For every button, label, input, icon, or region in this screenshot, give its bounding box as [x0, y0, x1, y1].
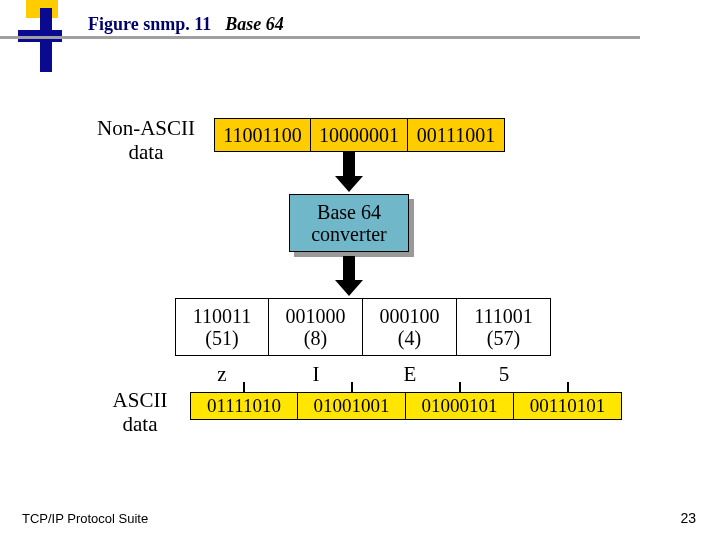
base64-char-3: 5 [457, 358, 551, 387]
header-divider [0, 36, 640, 39]
sixbit-bits: 110011 [193, 305, 252, 327]
sixbit-bits: 111001 [474, 305, 533, 327]
input-byte-0: 11001100 [214, 118, 311, 152]
base64-chars-row: z I E 5 [175, 358, 551, 387]
input-bytes-row: 11001100 10000001 00111001 [214, 118, 505, 152]
output-byte-3: 00110101 [514, 392, 622, 420]
sixbit-group-3: 111001 (57) [457, 298, 551, 356]
footer-page: 23 [680, 510, 696, 526]
figure-header: Figure snmp. 11 Base 64 [88, 14, 284, 35]
output-byte-0: 01111010 [190, 392, 298, 420]
base64-char-1: I [269, 358, 363, 387]
sixbit-dec: (51) [205, 327, 238, 349]
input-byte-1: 10000001 [311, 118, 408, 152]
sixbit-bits: 000100 [380, 305, 440, 327]
base64-char-0: z [175, 358, 269, 387]
output-bytes-row: 01111010 01001001 01000101 00110101 [190, 392, 622, 420]
figure-label: Figure snmp. 11 [88, 14, 211, 35]
sixbit-group-0: 110011 (51) [175, 298, 269, 356]
slide-logo [18, 0, 64, 62]
base64-char-2: E [363, 358, 457, 387]
figure-title: Base 64 [225, 14, 284, 35]
sixbit-dec: (4) [398, 327, 421, 349]
sixbit-group-1: 001000 (8) [269, 298, 363, 356]
sixbit-groups-row: 110011 (51) 001000 (8) 000100 (4) 111001… [175, 298, 551, 356]
base64-converter-box: Base 64 converter [289, 194, 409, 252]
sixbit-dec: (8) [304, 327, 327, 349]
output-byte-1: 01001001 [298, 392, 406, 420]
sixbit-bits: 001000 [286, 305, 346, 327]
sixbit-group-2: 000100 (4) [363, 298, 457, 356]
sixbit-dec: (57) [487, 327, 520, 349]
converter-label: Base 64 converter [289, 194, 409, 252]
label-ascii: ASCII data [100, 388, 180, 436]
output-byte-2: 01000101 [406, 392, 514, 420]
label-non-ascii: Non-ASCII data [86, 116, 206, 164]
footer-title: TCP/IP Protocol Suite [22, 511, 148, 526]
input-byte-2: 00111001 [408, 118, 505, 152]
